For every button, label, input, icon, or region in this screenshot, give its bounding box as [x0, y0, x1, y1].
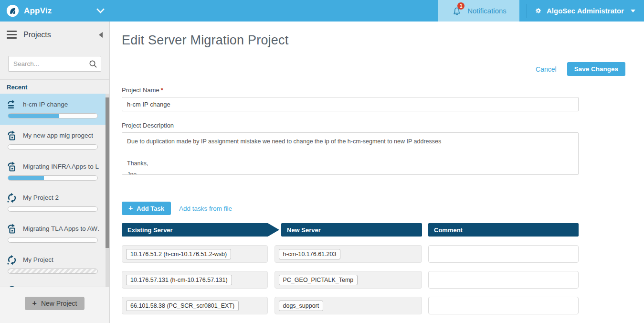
project-description-textarea[interactable]: Due to duplication made by IP assignment… [122, 132, 579, 175]
notification-count-badge: 1 [457, 2, 465, 10]
project-name: My Project [23, 256, 53, 263]
add-task-button[interactable]: + Add Task [122, 202, 171, 215]
project-name: Migrating TLA Apps to AW… [23, 225, 99, 232]
decommission-icon [7, 286, 17, 287]
sidebar-scrollbar[interactable] [106, 94, 109, 287]
caret-down-icon [631, 10, 635, 12]
table-row: 10.176.51.2 (h-cm-10.176.51.2-wsb) h-cm-… [122, 245, 579, 263]
project-progress-bar [8, 113, 98, 118]
new-server-field[interactable]: dogs_support [274, 297, 422, 314]
chevron-down-icon[interactable] [96, 8, 105, 14]
server-chip[interactable]: 10.176.51.2 (h-cm-10.176.51.2-wsb) [126, 249, 231, 259]
new-project-label: New Project [41, 300, 77, 307]
server-chip[interactable]: PC_GEO_PICTALK_Temp [279, 275, 358, 285]
bell-icon: 1 [451, 5, 463, 17]
existing-server-header: Existing Server [122, 223, 279, 237]
projects-sidebar: Projects Recent [0, 22, 110, 323]
refresh-dots-icon [7, 193, 17, 203]
new-project-button[interactable]: + New Project [25, 297, 85, 310]
task-table-rows: 10.176.51.2 (h-cm-10.176.51.2-wsb) h-cm-… [122, 245, 579, 314]
existing-server-field[interactable]: 10.176.57.131 (h-cm-10.176.57.131) [122, 271, 268, 289]
server-chip[interactable]: 66.101.58.38 (PC_SCR_scr0801_EXT) [126, 301, 239, 311]
comment-header: Comment [428, 223, 579, 237]
form-actions: Cancel Save Changes [122, 62, 625, 76]
project-item-h-cm-ip-change[interactable]: h-cm IP change [0, 94, 109, 125]
comment-input[interactable] [428, 297, 579, 314]
main-content: Edit Server Migration Project Cancel Sav… [110, 22, 644, 323]
migrate-lines-icon [7, 99, 17, 110]
task-table-header: Existing Server New Server Comment [122, 223, 579, 237]
project-name: Migrating INFRA Apps to L… [23, 163, 99, 170]
project-form: Project Name* Project Description Due to… [122, 86, 579, 314]
user-menu-label: AlgoSec Administrator [547, 7, 624, 15]
table-row: 10.176.57.131 (h-cm-10.176.57.131) PC_GE… [122, 271, 579, 289]
cancel-button[interactable]: Cancel [536, 65, 557, 73]
gear-icon [534, 7, 542, 15]
project-item-migrating-tla-apps[interactable]: Migrating TLA Apps to AW… [0, 218, 109, 249]
notifications-label: Notifications [467, 7, 507, 15]
page-title: Edit Server Migration Project [122, 33, 625, 48]
migrate-box-icon [7, 130, 17, 141]
sidebar-title: Projects [23, 31, 51, 39]
server-chip[interactable]: dogs_support [279, 301, 324, 311]
project-name: My new app mig progect [23, 132, 93, 139]
project-progress-bar [8, 144, 98, 150]
project-name: My Project 2 [23, 194, 59, 201]
project-progress-bar [8, 206, 98, 212]
new-server-field[interactable]: PC_GEO_PICTALK_Temp [274, 271, 422, 289]
server-chip[interactable]: 10.176.57.131 (h-cm-10.176.57.131) [126, 275, 232, 285]
project-progress-bar [8, 269, 98, 274]
topbar-right: 1 Notifications AlgoSec Administrato [438, 0, 644, 22]
new-server-header: New Server [281, 223, 422, 237]
sidebar-header: Projects [0, 22, 109, 48]
appviz-menu[interactable]: AppViz [6, 4, 52, 17]
project-list: h-cm IP change My new app mig progect [0, 94, 109, 287]
migrate-box-icon [7, 224, 17, 234]
project-name-label-text: Project Name [122, 86, 159, 94]
project-description-label: Project Description [122, 122, 579, 129]
comment-input[interactable] [428, 271, 579, 289]
appviz-logo-icon [6, 4, 19, 17]
sidebar-collapse-icon[interactable] [99, 32, 103, 38]
migrate-box-icon [7, 162, 17, 172]
plus-icon: + [128, 205, 133, 212]
project-name: h-cm IP change [23, 101, 68, 108]
hamburger-menu-icon[interactable] [7, 31, 17, 39]
save-changes-button[interactable]: Save Changes [567, 62, 625, 76]
project-item-my-new-app-mig-progect[interactable]: My new app mig progect [0, 125, 109, 156]
topbar: AppViz 1 Notifications [0, 0, 644, 22]
add-tasks-from-file-link[interactable]: Add tasks from file [179, 205, 232, 212]
sidebar-search [0, 48, 109, 79]
table-row: 66.101.58.38 (PC_SCR_scr0801_EXT) dogs_s… [122, 297, 579, 314]
user-menu[interactable]: AlgoSec Administrator [534, 7, 635, 15]
project-progress-bar [8, 237, 98, 243]
search-icon[interactable] [88, 59, 97, 70]
sidebar-footer: + New Project [0, 287, 109, 323]
recent-section-label: Recent [0, 79, 109, 94]
sidebar-scrollbar-thumb[interactable] [106, 97, 109, 248]
comment-input[interactable] [428, 245, 579, 263]
project-item-migrating-infra-apps[interactable]: Migrating INFRA Apps to L… [0, 156, 109, 187]
plus-icon: + [32, 300, 37, 307]
project-item-my-project-2[interactable]: My Project 2 [0, 187, 109, 218]
server-chip[interactable]: h-cm-10.176.61.203 [279, 249, 341, 259]
search-input[interactable] [8, 56, 101, 72]
task-actions: + Add Task Add tasks from file [122, 202, 579, 215]
refresh-dots-icon [7, 255, 17, 265]
new-server-field[interactable]: h-cm-10.176.61.203 [274, 245, 422, 263]
add-task-label: Add Task [137, 205, 164, 212]
project-item-decommission-bbt0101[interactable]: Decommission of bbt0101 [0, 280, 109, 287]
existing-server-field[interactable]: 10.176.51.2 (h-cm-10.176.51.2-wsb) [122, 245, 268, 263]
project-item-my-project[interactable]: My Project [0, 249, 109, 280]
existing-server-field[interactable]: 66.101.58.38 (PC_SCR_scr0801_EXT) [122, 297, 268, 314]
project-name-input[interactable] [122, 97, 579, 111]
required-asterisk: * [161, 86, 163, 94]
notifications-button[interactable]: 1 Notifications [438, 0, 519, 22]
brand-name: AppViz [24, 6, 52, 16]
topbar-divider [527, 4, 527, 18]
project-name-label: Project Name* [122, 86, 579, 94]
project-progress-bar [8, 175, 98, 181]
